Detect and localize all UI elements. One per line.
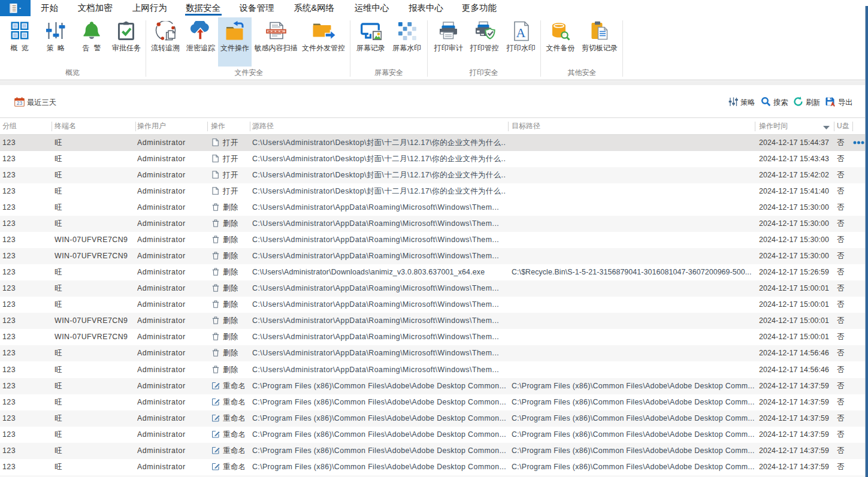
svg-text:A: A bbox=[516, 25, 525, 40]
svg-text:23: 23 bbox=[17, 100, 23, 106]
